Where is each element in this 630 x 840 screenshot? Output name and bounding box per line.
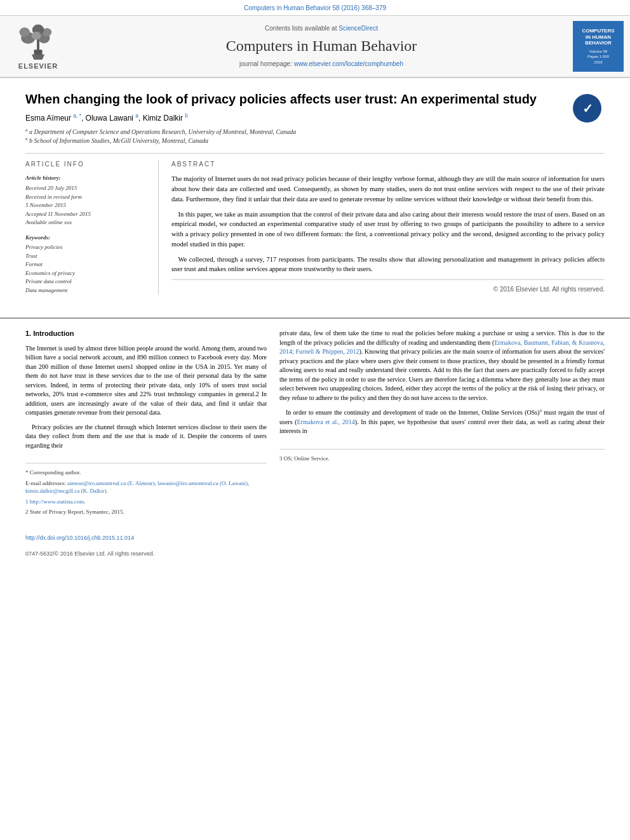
fn1-text[interactable]: 1 http://www.statista.com.	[25, 498, 85, 505]
svg-point-3	[19, 27, 30, 37]
abstract-para-1: The majority of Internet users do not re…	[171, 174, 605, 204]
crossmark-icon: ✓	[573, 94, 601, 123]
keywords-list: Privacy policies Trust Format Economics …	[25, 243, 151, 295]
elsevier-logo: ELSEVIER	[6, 22, 70, 71]
main-right-body: private data, few of them take the time …	[279, 329, 605, 436]
journal-homepage: journal homepage: www.elsevier.com/locat…	[70, 60, 573, 69]
svg-marker-8	[32, 54, 44, 59]
fn3: 3 OS; Online Service.	[279, 455, 605, 463]
history-label: Article history:	[25, 174, 151, 182]
fn2: 2 State of Privacy Report, Symantec, 201…	[25, 508, 267, 516]
keyword-4: Economics of privacy	[25, 269, 151, 278]
ref-ermakova2[interactable]: Ermakova et al., 2014	[297, 418, 354, 425]
main-content: 1. Introduction The Internet is used by …	[0, 317, 630, 529]
abstract-para-2: In this paper, we take as main assumptio…	[171, 210, 605, 250]
section-1-heading: 1. Introduction	[25, 329, 267, 338]
article-info-abstract: ARTICLE INFO Article history: Received 2…	[25, 153, 605, 295]
article-info-header: ARTICLE INFO	[25, 160, 151, 169]
date-received: Received 20 July 2015	[25, 184, 151, 193]
two-col-main: 1. Introduction The Internet is used by …	[25, 329, 605, 519]
affiliation-b: b b School of Information Studies, McGil…	[25, 137, 605, 145]
science-direct-link[interactable]: ScienceDirect	[338, 25, 378, 32]
journal-header: ELSEVIER Contents lists available at Sci…	[0, 15, 630, 78]
contents-line: Contents lists available at ScienceDirec…	[70, 24, 573, 33]
article-history: Article history: Received 20 July 2015 R…	[25, 174, 151, 227]
journal-thumb-details: Volume 58Pages 1-5002016	[587, 49, 609, 65]
authors-text: Esma Aïmeur a, *, Oluwa Lawani a, Kimiz …	[25, 114, 188, 123]
article-info-column: ARTICLE INFO Article history: Received 2…	[25, 160, 159, 295]
date-online: Available online xxx	[25, 218, 151, 227]
keyword-2: Trust	[25, 252, 151, 261]
fn3-text: 3 OS; Online Service.	[279, 455, 330, 462]
article-container: When changing the look of privacy polici…	[0, 78, 630, 317]
contents-label: Contents lists available at	[265, 25, 337, 32]
right-footnotes: 3 OS; Online Service.	[279, 449, 605, 463]
article-title-text: When changing the look of privacy polici…	[25, 92, 537, 106]
bottom-links: http://dx.doi.org/10.1016/j.chb.2015.11.…	[0, 529, 630, 547]
journal-thumbnail: COMPUTERSIN HUMANBEHAVIOR Volume 58Pages…	[573, 21, 624, 72]
left-para-1: The Internet is used by almost three bil…	[25, 344, 267, 418]
svg-point-7	[32, 31, 41, 39]
journal-thumb-title: COMPUTERSIN HUMANBEHAVIOR	[582, 28, 614, 46]
elsevier-label: ELSEVIER	[18, 62, 58, 71]
keyword-6: Data management	[25, 286, 151, 295]
journal-center-info: Contents lists available at ScienceDirec…	[70, 24, 573, 69]
bottom-copyright: 0747-5632/© 2016 Elsevier Ltd. All right…	[0, 547, 630, 561]
affiliation-a: a a Department of Computer Science and O…	[25, 128, 605, 137]
abstract-header: ABSTRACT	[171, 160, 605, 169]
crossmark-svg: ✓	[575, 97, 600, 121]
email-label: E-mail addresses:	[25, 480, 66, 486]
svg-rect-1	[37, 39, 39, 50]
abstract-text: The majority of Internet users do not re…	[171, 174, 605, 274]
email-footnote: E-mail addresses: aimeur@iro.umontreal.c…	[25, 479, 267, 495]
svg-text:✓: ✓	[582, 102, 593, 116]
homepage-label: journal homepage:	[239, 60, 292, 67]
corresponding-author: * Corresponding author.	[25, 469, 267, 477]
abstract-column: ABSTRACT The majority of Internet users …	[171, 160, 605, 295]
article-dates: Received 20 July 2015 Received in revise…	[25, 184, 151, 227]
ref-ermakova[interactable]: Ermakova, Baumann, Fabian, & Krasnova, 2…	[279, 339, 605, 356]
keyword-3: Format	[25, 260, 151, 269]
journal-title: Computers in Human Behavior	[70, 36, 573, 57]
copyright-line: © 2016 Elsevier Ltd. All rights reserved…	[171, 279, 605, 294]
date-revised: 5 November 2015	[25, 201, 151, 210]
journal-citation: Computers in Human Behavior 58 (2016) 36…	[0, 0, 630, 15]
fn2-text: 2 State of Privacy Report, Symantec, 201…	[25, 509, 124, 515]
corresponding-label: * Corresponding author.	[25, 469, 81, 476]
main-right-column: private data, few of them take the time …	[279, 329, 605, 519]
date-accepted: Accepted 11 November 2015	[25, 210, 151, 219]
keywords-section: Keywords: Privacy policies Trust Format …	[25, 234, 151, 295]
keywords-label: Keywords:	[25, 234, 151, 242]
main-left-column: 1. Introduction The Internet is used by …	[25, 329, 267, 519]
affiliations: a a Department of Computer Science and O…	[25, 128, 605, 146]
keyword-1: Privacy policies	[25, 243, 151, 252]
journal-citation-text: Computers in Human Behavior 58 (2016) 36…	[244, 4, 386, 11]
main-left-body: The Internet is used by almost three bil…	[25, 344, 267, 451]
abstract-para-3: We collected, through a survey, 717 resp…	[171, 255, 605, 275]
homepage-url[interactable]: www.elsevier.com/locate/comphumbeh	[294, 60, 403, 67]
doi-link[interactable]: http://dx.doi.org/10.1016/j.chb.2015.11.…	[25, 535, 134, 541]
fn1: 1 http://www.statista.com.	[25, 498, 267, 506]
right-para-2: In order to ensure the continuity and de…	[279, 408, 605, 436]
footnotes-area: * Corresponding author. E-mail addresses…	[25, 463, 267, 516]
keyword-5: Private data control	[25, 277, 151, 286]
authors: Esma Aïmeur a, *, Oluwa Lawani a, Kimiz …	[25, 112, 605, 124]
elsevier-logo-svg	[10, 22, 67, 60]
crossmark: ✓	[570, 91, 605, 126]
article-title-wrapper: When changing the look of privacy polici…	[25, 91, 605, 107]
left-para-2: Privacy policies are the channel through…	[25, 423, 267, 451]
right-para-1: private data, few of them take the time …	[279, 329, 605, 403]
date-revised-label: Received in revised form	[25, 193, 151, 202]
